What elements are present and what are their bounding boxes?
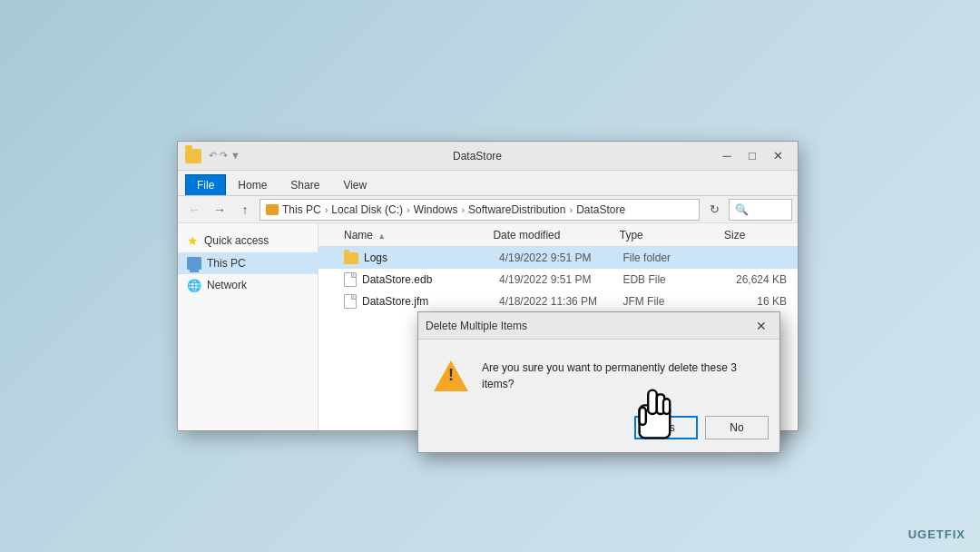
address-folder-icon bbox=[266, 204, 279, 215]
watermark: UGETFIX bbox=[908, 527, 965, 541]
file-name-col: DataStore.edb bbox=[322, 272, 499, 287]
sidebar-network-label: Network bbox=[207, 279, 247, 291]
sep4: › bbox=[569, 204, 573, 215]
up-button[interactable]: ↑ bbox=[234, 199, 256, 221]
table-row[interactable]: DataStore.jfm 4/18/2022 11:36 PM JFM Fil… bbox=[318, 291, 798, 312]
file-type: File folder bbox=[622, 251, 725, 264]
col-header-name[interactable]: Name ▲ bbox=[322, 229, 493, 242]
warning-icon-wrap bbox=[433, 358, 469, 394]
title-bar: ↶ ↷ ▼ DataStore ─ □ ✕ bbox=[178, 142, 798, 171]
col-header-type[interactable]: Type bbox=[620, 229, 724, 242]
col-header-date[interactable]: Date modified bbox=[493, 229, 619, 242]
folder-icon bbox=[344, 252, 358, 264]
forward-button[interactable]: → bbox=[209, 199, 230, 221]
sort-arrow: ▲ bbox=[377, 232, 386, 241]
sidebar-this-pc-label: This PC bbox=[207, 257, 246, 270]
file-date: 4/19/2022 9:51 PM bbox=[499, 251, 622, 264]
dialog-message: Are you sure you want to permanently del… bbox=[482, 360, 761, 392]
sidebar-item-network[interactable]: Network bbox=[178, 274, 318, 296]
tab-home[interactable]: Home bbox=[226, 174, 279, 195]
file-name-col: Logs bbox=[322, 251, 499, 264]
minimize-button[interactable]: ─ bbox=[714, 146, 740, 166]
file-name: DataStore.edb bbox=[362, 273, 499, 286]
sidebar-item-quick-access[interactable]: ★ Quick access bbox=[178, 229, 318, 252]
star-icon: ★ bbox=[187, 233, 199, 248]
pc-icon bbox=[187, 257, 201, 270]
file-list-header: Name ▲ Date modified Type Size bbox=[318, 223, 798, 247]
path-softwaredistribution: SoftwareDistribution bbox=[468, 203, 565, 216]
title-bar-controls: ─ □ ✕ bbox=[714, 146, 790, 166]
quick-toolbar: ↶ ↷ ▼ bbox=[209, 150, 240, 162]
yes-button[interactable]: Yes bbox=[634, 416, 698, 439]
path-datastore: DataStore bbox=[576, 203, 625, 216]
path-local-disk: Local Disk (C:) bbox=[331, 203, 403, 216]
refresh-button[interactable]: ↻ bbox=[703, 199, 725, 221]
file-type: JFM File bbox=[622, 295, 725, 308]
network-icon bbox=[187, 280, 201, 291]
dialog-title: Delete Multiple Items bbox=[426, 320, 750, 332]
dialog-close-button[interactable]: ✕ bbox=[750, 317, 772, 335]
window-title: DataStore bbox=[240, 150, 714, 163]
path-this-pc: This PC bbox=[282, 203, 321, 216]
window-folder-icon bbox=[185, 149, 201, 163]
file-name-col: DataStore.jfm bbox=[322, 294, 499, 309]
sidebar-quick-access-label: Quick access bbox=[204, 234, 269, 247]
tab-view[interactable]: View bbox=[331, 174, 378, 195]
sidebar-item-this-pc[interactable]: This PC bbox=[178, 252, 318, 274]
sep1: › bbox=[325, 204, 328, 215]
file-type: EDB File bbox=[622, 273, 725, 286]
sep3: › bbox=[461, 204, 465, 215]
file-size: 26,624 KB bbox=[725, 273, 794, 286]
file-icon bbox=[344, 272, 357, 287]
col-header-size[interactable]: Size bbox=[724, 229, 794, 242]
file-date: 4/19/2022 9:51 PM bbox=[499, 273, 622, 286]
address-bar[interactable]: This PC › Local Disk (C:) › Windows › So… bbox=[260, 199, 700, 221]
file-name: Logs bbox=[364, 251, 499, 264]
file-icon bbox=[344, 294, 357, 309]
search-icon: 🔍 bbox=[735, 203, 749, 216]
sidebar: ★ Quick access This PC Network bbox=[178, 223, 318, 430]
file-date: 4/18/2022 11:36 PM bbox=[499, 295, 622, 308]
no-button[interactable]: No bbox=[705, 416, 769, 439]
delete-dialog: Delete Multiple Items ✕ Are you sure you… bbox=[417, 311, 780, 453]
warning-icon bbox=[434, 360, 468, 391]
tab-file[interactable]: File bbox=[185, 174, 226, 195]
title-bar-icons: ↶ ↷ ▼ bbox=[185, 149, 240, 163]
table-row[interactable]: Logs 4/19/2022 9:51 PM File folder bbox=[318, 247, 798, 269]
maximize-button[interactable]: □ bbox=[740, 146, 765, 166]
file-name: DataStore.jfm bbox=[362, 295, 499, 308]
sep2: › bbox=[407, 204, 410, 215]
ribbon: File Home Share View bbox=[178, 171, 798, 196]
dialog-buttons: Yes No bbox=[418, 409, 779, 452]
tab-share[interactable]: Share bbox=[279, 174, 331, 195]
nav-bar: ← → ↑ This PC › Local Disk (C:) › Window… bbox=[178, 196, 798, 223]
table-row[interactable]: DataStore.edb 4/19/2022 9:51 PM EDB File… bbox=[318, 269, 798, 291]
dialog-body: Are you sure you want to permanently del… bbox=[418, 340, 779, 409]
dialog-title-bar: Delete Multiple Items ✕ bbox=[418, 312, 779, 340]
back-button[interactable]: ← bbox=[183, 199, 205, 221]
close-button[interactable]: ✕ bbox=[765, 146, 790, 166]
file-size: 16 KB bbox=[725, 295, 794, 308]
ribbon-tabs: File Home Share View bbox=[178, 171, 798, 196]
path-windows: Windows bbox=[414, 203, 458, 216]
search-box[interactable]: 🔍 bbox=[729, 199, 792, 221]
